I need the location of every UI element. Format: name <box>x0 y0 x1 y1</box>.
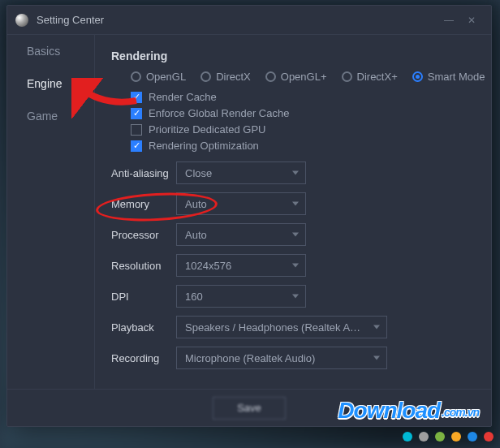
select-value: Auto <box>185 198 207 210</box>
section-title-rendering: Rendering <box>111 50 475 62</box>
radio-dot-icon <box>131 71 141 82</box>
radio-label: DirectX <box>216 71 251 83</box>
radio-opengl[interactable]: OpenGL <box>131 71 186 83</box>
select-recording[interactable]: Microphone (Realtek Audio) <box>176 347 387 369</box>
select-resolution[interactable]: 1024x576 <box>176 254 306 277</box>
dot-icon <box>484 432 494 442</box>
sidebar-item-game[interactable]: Game <box>7 100 94 132</box>
select-value: Microphone (Realtek Audio) <box>185 352 315 364</box>
radio-directx-plus[interactable]: DirectX+ <box>342 71 398 83</box>
dot-icon <box>403 432 412 442</box>
close-button[interactable]: ✕ <box>460 9 483 32</box>
checkbox-icon <box>131 124 142 136</box>
sidebar-item-engine[interactable]: Engine <box>7 67 94 100</box>
radio-dot-icon <box>200 71 211 82</box>
dot-icon <box>468 432 477 442</box>
check-label: Enforce Global Render Cache <box>149 107 289 119</box>
sidebar: Basics Engine Game <box>7 35 95 389</box>
check-render-opt[interactable]: Rendering Optimization <box>131 140 475 152</box>
sidebar-item-basics[interactable]: Basics <box>7 35 94 67</box>
radio-dot-icon <box>412 71 423 82</box>
select-dpi[interactable]: 160 <box>176 285 306 308</box>
check-render-cache[interactable]: Render Cache <box>131 91 475 103</box>
chevron-down-icon <box>373 325 380 330</box>
radio-label: OpenGL+ <box>281 71 327 83</box>
chevron-down-icon <box>373 356 380 360</box>
radio-label: Smart Mode <box>428 71 485 83</box>
radio-label: OpenGL <box>146 71 186 83</box>
label-dpi: DPI <box>111 291 176 303</box>
window-title: Setting Center <box>37 14 438 26</box>
radio-opengl-plus[interactable]: OpenGL+ <box>265 71 327 83</box>
app-icon <box>15 14 28 27</box>
select-value: 1024x576 <box>185 260 231 272</box>
checkbox-icon <box>131 92 142 103</box>
label-playback: Playback <box>111 321 176 334</box>
settings-content: Rendering OpenGL DirectX OpenGL+ DirectX… <box>95 35 491 389</box>
chevron-down-icon <box>292 233 299 237</box>
checkbox-icon <box>131 108 142 119</box>
radio-dot-icon <box>265 71 276 82</box>
select-value: Speakers / Headphones (Realtek Audio) <box>185 321 364 334</box>
label-recording: Recording <box>111 352 176 364</box>
select-value: 160 <box>185 291 203 303</box>
check-prioritize-gpu[interactable]: Prioritize Dedicated GPU <box>131 123 475 136</box>
dot-icon <box>435 432 445 442</box>
titlebar: Setting Center — ✕ <box>7 6 491 35</box>
watermark: Download.com.vn <box>338 398 479 424</box>
check-label: Render Cache <box>149 91 217 103</box>
radio-dot-icon <box>342 71 352 82</box>
dot-icon <box>419 432 429 442</box>
chevron-down-icon <box>292 264 299 268</box>
label-memory: Memory <box>111 198 176 210</box>
sidebar-item-label: Engine <box>27 77 62 90</box>
check-label: Rendering Optimization <box>149 140 259 152</box>
save-button[interactable]: Save <box>213 397 286 420</box>
check-label: Prioritize Dedicated GPU <box>149 123 266 136</box>
label-processor: Processor <box>111 229 176 241</box>
settings-window: Setting Center — ✕ Basics Engine Game Re… <box>6 5 492 427</box>
render-checks: Render Cache Enforce Global Render Cache… <box>131 91 475 152</box>
select-memory[interactable]: Auto <box>176 192 306 215</box>
radio-smart-mode[interactable]: Smart Mode <box>412 71 485 83</box>
sidebar-item-label: Game <box>27 110 58 123</box>
chevron-down-icon <box>292 171 299 175</box>
chevron-down-icon <box>292 295 299 299</box>
dot-icon <box>451 432 461 442</box>
label-anti-aliasing: Anti-aliasing <box>111 167 176 179</box>
radio-label: DirectX+ <box>357 71 398 83</box>
select-value: Close <box>185 167 212 179</box>
label-resolution: Resolution <box>111 260 176 272</box>
check-enforce-global[interactable]: Enforce Global Render Cache <box>131 107 475 119</box>
decorative-dots <box>403 432 494 442</box>
radio-directx[interactable]: DirectX <box>200 71 251 83</box>
sidebar-item-label: Basics <box>27 45 60 58</box>
select-playback[interactable]: Speakers / Headphones (Realtek Audio) <box>176 316 387 338</box>
render-mode-group: OpenGL DirectX OpenGL+ DirectX+ Smart Mo… <box>131 71 475 83</box>
select-value: Auto <box>185 229 207 241</box>
select-anti-aliasing[interactable]: Close <box>176 162 306 184</box>
select-processor[interactable]: Auto <box>176 223 306 246</box>
minimize-button[interactable]: — <box>438 9 460 32</box>
checkbox-icon <box>131 140 142 152</box>
chevron-down-icon <box>292 202 299 206</box>
